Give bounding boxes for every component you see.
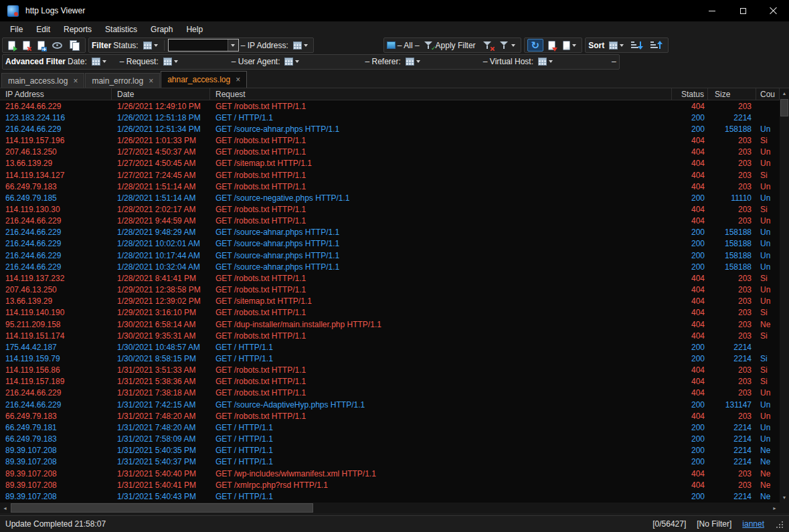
cell-ip: 114.119.157.196: [0, 136, 112, 145]
watch-log-button[interactable]: [50, 41, 65, 50]
table-row[interactable]: 66.249.79.1831/31/2021 7:48:20 AMGET /ro…: [0, 410, 780, 422]
tab-ahnar_access-log[interactable]: ahnar_access.log×: [161, 71, 247, 88]
table-row[interactable]: 216.244.66.2291/28/2021 10:17:44 AMGET /…: [0, 250, 780, 261]
tab-main_error-log[interactable]: main_error.log×: [85, 73, 160, 88]
table-row[interactable]: 216.244.66.2291/28/2021 9:48:29 AMGET /s…: [0, 227, 780, 238]
table-row[interactable]: 216.244.66.2291/26/2021 12:49:10 PMGET /…: [0, 100, 780, 112]
request-filter-button[interactable]: [161, 56, 181, 67]
iannet-link[interactable]: iannet: [742, 519, 764, 529]
table-row[interactable]: 114.119.157.1961/26/2021 1:01:33 PMGET /…: [0, 135, 780, 146]
table-row[interactable]: 66.249.79.1851/28/2021 1:51:14 AMGET /so…: [0, 192, 780, 203]
table-row[interactable]: 114.119.151.1741/30/2021 9:35:31 AMGET /…: [0, 330, 780, 341]
close-button[interactable]: [758, 0, 789, 21]
referer-filter-button[interactable]: [403, 56, 423, 67]
table-row[interactable]: 114.119.140.1901/29/2021 3:16:10 PMGET /…: [0, 307, 780, 319]
table-row[interactable]: 216.244.66.2291/28/2021 10:32:04 AMGET /…: [0, 261, 780, 272]
scroll-right-button[interactable]: ►: [770, 503, 780, 513]
sort-descending-button[interactable]: [648, 39, 665, 51]
filter-options-button[interactable]: [497, 39, 518, 51]
table-row[interactable]: 216.244.66.2291/31/2021 7:42:15 AMGET /s…: [0, 399, 780, 410]
tab-close-icon[interactable]: ×: [73, 77, 78, 85]
scroll-down-button[interactable]: ▼: [780, 493, 789, 503]
table-row[interactable]: 114.119.159.791/30/2021 8:58:15 PMGET / …: [0, 353, 780, 364]
apply-filter-button[interactable]: ✓ Apply Filter: [422, 39, 478, 52]
open-log-button[interactable]: [5, 39, 18, 52]
menu-item-file[interactable]: File: [3, 23, 29, 36]
column-header-status[interactable]: Status: [672, 88, 708, 100]
vertical-scrollbar-thumb[interactable]: [780, 99, 788, 116]
table-row[interactable]: 89.39.107.2081/31/2021 5:40:40 PMGET /wp…: [0, 468, 780, 479]
tab-main_access-log[interactable]: main_access.log×: [1, 73, 84, 88]
table-row[interactable]: 114.119.130.301/28/2021 2:02:17 AMGET /r…: [0, 203, 780, 215]
cell-size: 203: [708, 308, 756, 317]
column-header-cou[interactable]: Cou: [756, 88, 780, 100]
table-row[interactable]: 13.66.139.291/27/2021 4:50:45 AMGET /sit…: [0, 158, 780, 169]
column-header-size[interactable]: Size: [708, 88, 756, 100]
menu-item-graph[interactable]: Graph: [144, 23, 179, 36]
cell-size: 2214: [708, 113, 756, 122]
ip-filter-button[interactable]: [290, 40, 311, 51]
table-row[interactable]: 89.39.107.2081/31/2021 5:40:43 PMGET / H…: [0, 491, 780, 502]
advanced-filter-label: Advanced Filter: [5, 57, 66, 66]
menu-item-reports[interactable]: Reports: [57, 23, 98, 36]
table-row[interactable]: 216.244.66.2291/28/2021 10:02:01 AMGET /…: [0, 238, 780, 250]
column-header-date[interactable]: Date: [112, 88, 210, 100]
table-row[interactable]: 175.44.42.1871/30/2021 10:48:57 AMGET / …: [0, 341, 780, 353]
table-row[interactable]: 89.39.107.2081/31/2021 5:40:41 PMGET /xm…: [0, 479, 780, 491]
table-row[interactable]: 114.119.157.1891/31/2021 5:38:36 AMGET /…: [0, 376, 780, 387]
resize-grip[interactable]: [775, 520, 784, 529]
table-row[interactable]: 114.119.137.2321/28/2021 8:41:41 PMGET /…: [0, 272, 780, 284]
import-log-icon: [37, 41, 45, 50]
combobox-dropdown-button[interactable]: [228, 39, 238, 51]
table-row[interactable]: 89.39.107.2081/31/2021 5:40:37 PMGET / H…: [0, 456, 780, 468]
column-header-request[interactable]: Request: [210, 88, 672, 100]
menu-item-help[interactable]: Help: [179, 23, 209, 36]
tab-close-icon[interactable]: ×: [149, 77, 153, 85]
maximize-button[interactable]: [727, 0, 758, 21]
close-log-button[interactable]: [20, 39, 33, 52]
date-filter-button[interactable]: [89, 56, 109, 67]
table-row[interactable]: 207.46.13.2501/27/2021 4:50:37 AMGET /ro…: [0, 147, 780, 158]
table-row[interactable]: 66.249.79.1831/28/2021 1:51:14 AMGET /ro…: [0, 181, 780, 192]
cell-date: 1/27/2021 4:50:45 AM: [112, 159, 210, 168]
sort-column-button[interactable]: [606, 40, 626, 51]
minimize-button[interactable]: [697, 0, 727, 21]
user-agent-filter-button[interactable]: [282, 56, 302, 67]
cell-country: Ne: [756, 446, 780, 455]
status-filter-button[interactable]: [141, 40, 161, 51]
horizontal-scrollbar-thumb[interactable]: [11, 503, 313, 513]
clear-filter-button[interactable]: [480, 39, 495, 51]
import-log-button[interactable]: [35, 39, 48, 52]
vertical-scrollbar[interactable]: ▲ ▼: [780, 88, 789, 503]
table-row[interactable]: 216.244.66.2291/28/2021 9:44:59 AMGET /r…: [0, 215, 780, 227]
table-row[interactable]: 216.244.66.2291/31/2021 7:38:18 AMGET /r…: [0, 387, 780, 399]
table-row[interactable]: 13.66.139.291/29/2021 12:39:02 PMGET /si…: [0, 296, 780, 307]
table-row[interactable]: 216.244.66.2291/26/2021 12:51:34 PMGET /…: [0, 123, 780, 135]
cell-date: 1/31/2021 3:51:33 AM: [112, 365, 210, 375]
export-button[interactable]: [560, 39, 579, 52]
horizontal-scrollbar[interactable]: ◄ ►: [0, 503, 780, 513]
refresh-button[interactable]: ↻: [527, 39, 544, 52]
cell-country: Un: [756, 285, 780, 294]
scroll-left-button[interactable]: ◄: [0, 503, 10, 513]
table-row[interactable]: 95.211.209.1581/30/2021 6:58:14 AMGET /d…: [0, 319, 780, 330]
table-row[interactable]: 114.119.156.861/31/2021 3:51:33 AMGET /r…: [0, 365, 780, 376]
menu-item-edit[interactable]: Edit: [29, 23, 57, 36]
table-row[interactable]: 66.249.79.1831/31/2021 7:58:09 AMGET / H…: [0, 434, 780, 445]
table-row[interactable]: 66.249.79.1811/31/2021 7:48:20 AMGET / H…: [0, 422, 780, 433]
table-row[interactable]: 207.46.13.2501/29/2021 12:38:58 PMGET /r…: [0, 284, 780, 296]
column-header-ip-address[interactable]: IP Address: [0, 88, 112, 100]
tail-log-button[interactable]: [545, 39, 558, 52]
table-row[interactable]: 123.183.224.1161/26/2021 12:51:18 PMGET …: [0, 112, 780, 123]
table-row[interactable]: 89.39.107.2081/31/2021 5:40:35 PMGET / H…: [0, 445, 780, 456]
menu-item-statistics[interactable]: Statistics: [98, 23, 144, 36]
tab-close-icon[interactable]: ×: [236, 76, 240, 84]
cell-date: 1/28/2021 9:44:59 AM: [112, 216, 210, 226]
table-row[interactable]: 114.119.134.1271/27/2021 7:24:45 AMGET /…: [0, 169, 780, 181]
cell-request: GET /robots.txt HTTP/1.1: [210, 331, 672, 341]
sort-ascending-button[interactable]: [628, 39, 646, 51]
virtual-host-filter-button[interactable]: [535, 56, 555, 67]
status-filter-combobox[interactable]: [168, 39, 239, 52]
open-multiple-button[interactable]: [67, 39, 82, 52]
scroll-up-button[interactable]: ▲: [780, 88, 789, 98]
